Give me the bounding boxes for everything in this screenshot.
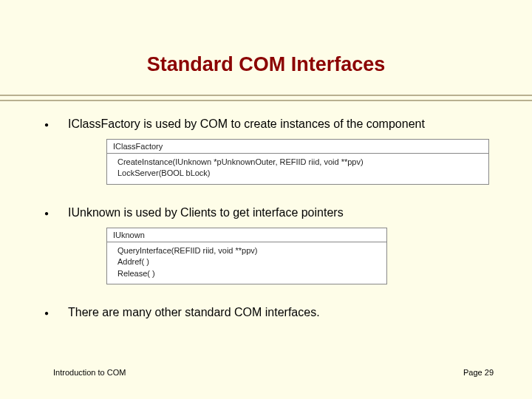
code-table-iclassfactory: IClassFactory CreateInstance(IUnknown *p… <box>106 139 489 185</box>
bullet-item: ● IClassFactory is used by COM to create… <box>38 117 494 132</box>
slide-title: Standard COM Interfaces <box>0 0 532 83</box>
bullet-item: ● IUnknown is used by Clients to get int… <box>38 205 494 220</box>
table-header: IUknown <box>107 228 386 242</box>
slide-content: ● IClassFactory is used by COM to create… <box>0 117 532 327</box>
code-line: QueryInterface(REFIID riid, void **ppv) <box>117 245 381 256</box>
bullet-icon: ● <box>38 305 68 317</box>
code-line: LockServer(BOOL bLock) <box>117 168 482 179</box>
bullet-item: ● There are many other standard COM inte… <box>38 305 494 320</box>
table-body: CreateInstance(IUnknown *pUnknownOuter, … <box>107 154 488 184</box>
slide: Standard COM Interfaces ● IClassFactory … <box>0 0 532 399</box>
code-line: Addref( ) <box>117 256 381 267</box>
bullet-text: There are many other standard COM interf… <box>68 305 320 320</box>
code-table-iunknown: IUknown QueryInterface(REFIID riid, void… <box>106 228 387 284</box>
table-header: IClassFactory <box>107 140 488 154</box>
footer-left: Introduction to COM <box>53 368 126 377</box>
code-line: CreateInstance(IUnknown *pUnknownOuter, … <box>117 157 482 168</box>
slide-footer: Introduction to COM Page 29 <box>0 368 532 377</box>
footer-right: Page 29 <box>463 368 494 377</box>
code-line: Release( ) <box>117 268 381 279</box>
bullet-icon: ● <box>38 205 68 217</box>
table-body: QueryInterface(REFIID riid, void **ppv) … <box>107 242 386 284</box>
bullet-text: IClassFactory is used by COM to create i… <box>68 117 425 132</box>
title-divider <box>0 95 532 103</box>
bullet-icon: ● <box>38 117 68 129</box>
bullet-text: IUnknown is used by Clients to get inter… <box>68 205 344 220</box>
